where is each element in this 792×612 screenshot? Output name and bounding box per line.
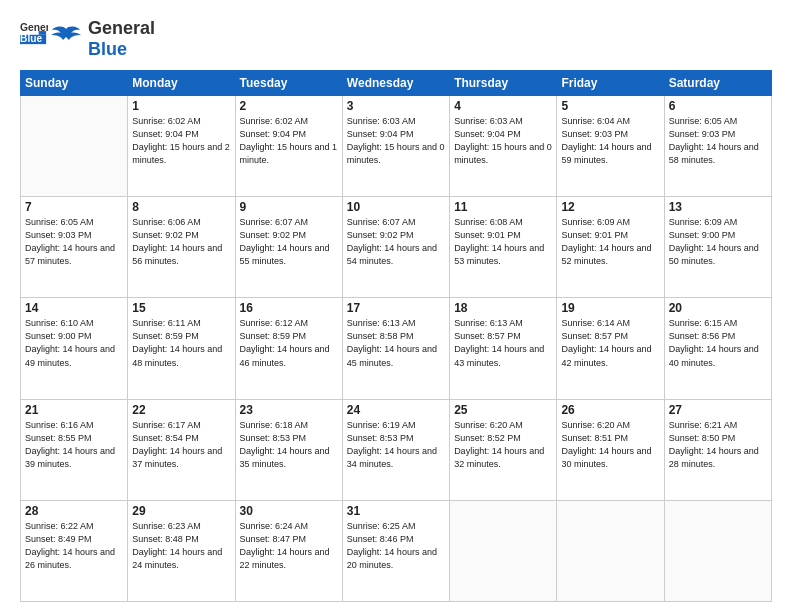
calendar-cell: 10Sunrise: 6:07 AMSunset: 9:02 PMDayligh… (342, 197, 449, 298)
calendar-cell: 21Sunrise: 6:16 AMSunset: 8:55 PMDayligh… (21, 399, 128, 500)
day-number: 7 (25, 200, 123, 214)
day-info: Sunrise: 6:17 AMSunset: 8:54 PMDaylight:… (132, 419, 230, 471)
day-number: 26 (561, 403, 659, 417)
logo-blue-text: Blue (88, 39, 127, 59)
calendar-cell (21, 96, 128, 197)
calendar-cell: 29Sunrise: 6:23 AMSunset: 8:48 PMDayligh… (128, 500, 235, 601)
day-number: 31 (347, 504, 445, 518)
calendar-cell: 12Sunrise: 6:09 AMSunset: 9:01 PMDayligh… (557, 197, 664, 298)
day-info: Sunrise: 6:13 AMSunset: 8:57 PMDaylight:… (454, 317, 552, 369)
calendar-cell: 16Sunrise: 6:12 AMSunset: 8:59 PMDayligh… (235, 298, 342, 399)
day-info: Sunrise: 6:13 AMSunset: 8:58 PMDaylight:… (347, 317, 445, 369)
logo: General Blue (20, 18, 48, 46)
day-number: 9 (240, 200, 338, 214)
day-number: 24 (347, 403, 445, 417)
calendar-cell: 2Sunrise: 6:02 AMSunset: 9:04 PMDaylight… (235, 96, 342, 197)
calendar-cell: 23Sunrise: 6:18 AMSunset: 8:53 PMDayligh… (235, 399, 342, 500)
day-info: Sunrise: 6:16 AMSunset: 8:55 PMDaylight:… (25, 419, 123, 471)
calendar-cell: 11Sunrise: 6:08 AMSunset: 9:01 PMDayligh… (450, 197, 557, 298)
day-info: Sunrise: 6:19 AMSunset: 8:53 PMDaylight:… (347, 419, 445, 471)
logo-bird-icon (48, 23, 84, 55)
calendar-header-row: SundayMondayTuesdayWednesdayThursdayFrid… (21, 71, 772, 96)
logo-general-text: General (88, 18, 155, 38)
logo-text-block: General Blue (48, 18, 155, 60)
day-info: Sunrise: 6:03 AMSunset: 9:04 PMDaylight:… (347, 115, 445, 167)
day-info: Sunrise: 6:23 AMSunset: 8:48 PMDaylight:… (132, 520, 230, 572)
day-info: Sunrise: 6:04 AMSunset: 9:03 PMDaylight:… (561, 115, 659, 167)
calendar-cell (557, 500, 664, 601)
day-number: 17 (347, 301, 445, 315)
day-number: 5 (561, 99, 659, 113)
calendar-cell: 13Sunrise: 6:09 AMSunset: 9:00 PMDayligh… (664, 197, 771, 298)
calendar-cell: 28Sunrise: 6:22 AMSunset: 8:49 PMDayligh… (21, 500, 128, 601)
day-info: Sunrise: 6:05 AMSunset: 9:03 PMDaylight:… (25, 216, 123, 268)
calendar-cell: 6Sunrise: 6:05 AMSunset: 9:03 PMDaylight… (664, 96, 771, 197)
day-number: 19 (561, 301, 659, 315)
calendar-cell: 24Sunrise: 6:19 AMSunset: 8:53 PMDayligh… (342, 399, 449, 500)
day-number: 14 (25, 301, 123, 315)
calendar-cell: 20Sunrise: 6:15 AMSunset: 8:56 PMDayligh… (664, 298, 771, 399)
calendar-cell: 15Sunrise: 6:11 AMSunset: 8:59 PMDayligh… (128, 298, 235, 399)
day-info: Sunrise: 6:21 AMSunset: 8:50 PMDaylight:… (669, 419, 767, 471)
calendar-cell: 14Sunrise: 6:10 AMSunset: 9:00 PMDayligh… (21, 298, 128, 399)
calendar-cell (664, 500, 771, 601)
day-info: Sunrise: 6:02 AMSunset: 9:04 PMDaylight:… (132, 115, 230, 167)
calendar-cell: 18Sunrise: 6:13 AMSunset: 8:57 PMDayligh… (450, 298, 557, 399)
day-info: Sunrise: 6:25 AMSunset: 8:46 PMDaylight:… (347, 520, 445, 572)
day-info: Sunrise: 6:07 AMSunset: 9:02 PMDaylight:… (240, 216, 338, 268)
day-header-saturday: Saturday (664, 71, 771, 96)
day-number: 30 (240, 504, 338, 518)
day-info: Sunrise: 6:20 AMSunset: 8:51 PMDaylight:… (561, 419, 659, 471)
day-info: Sunrise: 6:07 AMSunset: 9:02 PMDaylight:… (347, 216, 445, 268)
day-info: Sunrise: 6:11 AMSunset: 8:59 PMDaylight:… (132, 317, 230, 369)
calendar-cell: 8Sunrise: 6:06 AMSunset: 9:02 PMDaylight… (128, 197, 235, 298)
day-info: Sunrise: 6:15 AMSunset: 8:56 PMDaylight:… (669, 317, 767, 369)
calendar-cell: 27Sunrise: 6:21 AMSunset: 8:50 PMDayligh… (664, 399, 771, 500)
day-number: 16 (240, 301, 338, 315)
calendar-cell: 3Sunrise: 6:03 AMSunset: 9:04 PMDaylight… (342, 96, 449, 197)
day-number: 6 (669, 99, 767, 113)
svg-text:Blue: Blue (20, 33, 43, 44)
day-number: 20 (669, 301, 767, 315)
day-number: 10 (347, 200, 445, 214)
day-info: Sunrise: 6:20 AMSunset: 8:52 PMDaylight:… (454, 419, 552, 471)
day-number: 2 (240, 99, 338, 113)
calendar-cell: 22Sunrise: 6:17 AMSunset: 8:54 PMDayligh… (128, 399, 235, 500)
calendar-cell: 25Sunrise: 6:20 AMSunset: 8:52 PMDayligh… (450, 399, 557, 500)
calendar-cell (450, 500, 557, 601)
day-number: 29 (132, 504, 230, 518)
day-number: 13 (669, 200, 767, 214)
day-number: 27 (669, 403, 767, 417)
day-header-friday: Friday (557, 71, 664, 96)
calendar-cell: 31Sunrise: 6:25 AMSunset: 8:46 PMDayligh… (342, 500, 449, 601)
day-info: Sunrise: 6:18 AMSunset: 8:53 PMDaylight:… (240, 419, 338, 471)
calendar-cell: 30Sunrise: 6:24 AMSunset: 8:47 PMDayligh… (235, 500, 342, 601)
day-number: 22 (132, 403, 230, 417)
calendar-cell: 26Sunrise: 6:20 AMSunset: 8:51 PMDayligh… (557, 399, 664, 500)
day-info: Sunrise: 6:08 AMSunset: 9:01 PMDaylight:… (454, 216, 552, 268)
day-info: Sunrise: 6:10 AMSunset: 9:00 PMDaylight:… (25, 317, 123, 369)
header: General Blue General Blue (20, 18, 772, 60)
day-info: Sunrise: 6:12 AMSunset: 8:59 PMDaylight:… (240, 317, 338, 369)
day-number: 1 (132, 99, 230, 113)
day-header-wednesday: Wednesday (342, 71, 449, 96)
day-header-thursday: Thursday (450, 71, 557, 96)
day-info: Sunrise: 6:09 AMSunset: 9:00 PMDaylight:… (669, 216, 767, 268)
day-info: Sunrise: 6:14 AMSunset: 8:57 PMDaylight:… (561, 317, 659, 369)
calendar-week-4: 21Sunrise: 6:16 AMSunset: 8:55 PMDayligh… (21, 399, 772, 500)
calendar-cell: 1Sunrise: 6:02 AMSunset: 9:04 PMDaylight… (128, 96, 235, 197)
day-header-sunday: Sunday (21, 71, 128, 96)
day-number: 12 (561, 200, 659, 214)
calendar-cell: 17Sunrise: 6:13 AMSunset: 8:58 PMDayligh… (342, 298, 449, 399)
day-info: Sunrise: 6:02 AMSunset: 9:04 PMDaylight:… (240, 115, 338, 167)
day-info: Sunrise: 6:03 AMSunset: 9:04 PMDaylight:… (454, 115, 552, 167)
day-number: 8 (132, 200, 230, 214)
day-number: 4 (454, 99, 552, 113)
page: General Blue General Blue SundayMondayTu… (0, 0, 792, 612)
calendar-cell: 5Sunrise: 6:04 AMSunset: 9:03 PMDaylight… (557, 96, 664, 197)
day-info: Sunrise: 6:09 AMSunset: 9:01 PMDaylight:… (561, 216, 659, 268)
calendar-cell: 7Sunrise: 6:05 AMSunset: 9:03 PMDaylight… (21, 197, 128, 298)
day-number: 25 (454, 403, 552, 417)
logo-icon: General Blue (20, 18, 48, 46)
calendar-week-3: 14Sunrise: 6:10 AMSunset: 9:00 PMDayligh… (21, 298, 772, 399)
